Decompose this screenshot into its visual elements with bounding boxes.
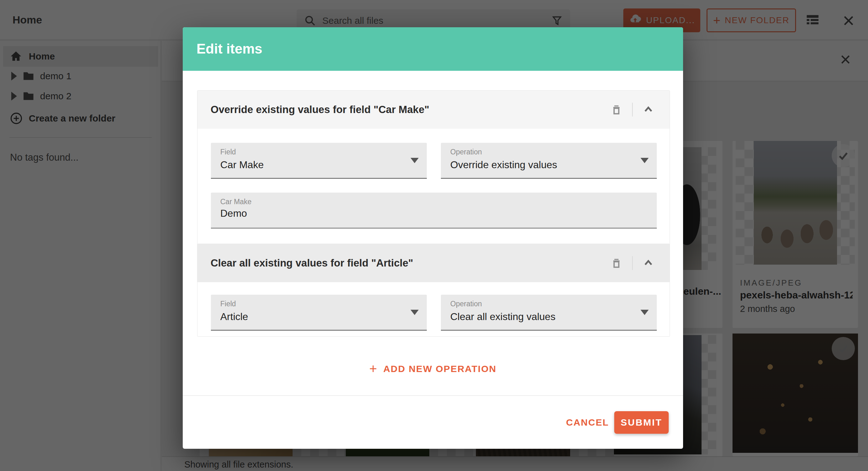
operation-select[interactable]: Operation Clear all existing values xyxy=(441,295,657,331)
footer-divider xyxy=(183,395,683,396)
select-value: Override existing values xyxy=(450,159,557,171)
modal-title: Edit items xyxy=(196,41,262,57)
select-value: Car Make xyxy=(220,159,264,171)
header-divider xyxy=(632,103,633,117)
delete-operation-icon[interactable] xyxy=(610,104,623,116)
value-field[interactable]: Car Make xyxy=(211,193,657,229)
dropdown-caret-icon xyxy=(410,158,418,163)
select-label: Field xyxy=(220,148,236,156)
modal-header: Edit items xyxy=(183,27,683,71)
operation-card: Override existing values for field "Car … xyxy=(197,90,670,269)
operation-title: Clear all existing values for field "Art… xyxy=(211,257,413,269)
submit-button[interactable]: SUBMIT xyxy=(614,411,669,434)
select-value: Clear all existing values xyxy=(450,311,555,323)
operation-card-header: Override existing values for field "Car … xyxy=(197,90,670,129)
collapse-chevron-icon[interactable] xyxy=(642,257,655,269)
add-operation-label: ADD NEW OPERATION xyxy=(383,363,497,374)
field-label: Car Make xyxy=(220,198,252,206)
value-input[interactable] xyxy=(220,208,622,219)
edit-items-modal: Edit items Override existing values for … xyxy=(183,27,683,449)
collapse-chevron-icon[interactable] xyxy=(642,104,655,116)
dropdown-caret-icon xyxy=(641,158,649,163)
dropdown-caret-icon xyxy=(641,310,649,315)
select-label: Operation xyxy=(450,148,482,156)
field-select[interactable]: Field Article xyxy=(211,295,427,331)
cancel-button[interactable]: CANCEL xyxy=(566,414,607,431)
select-label: Operation xyxy=(450,300,482,308)
operation-card: Clear all existing values for field "Art… xyxy=(197,244,670,337)
select-label: Field xyxy=(220,300,236,308)
operation-card-header: Clear all existing values for field "Art… xyxy=(197,244,670,282)
delete-operation-icon[interactable] xyxy=(610,257,623,269)
operation-title: Override existing values for field "Car … xyxy=(211,104,429,116)
add-operation-button[interactable]: + ADD NEW OPERATION xyxy=(183,360,683,378)
field-select[interactable]: Field Car Make xyxy=(211,143,427,179)
operation-select[interactable]: Operation Override existing values xyxy=(441,143,657,179)
dropdown-caret-icon xyxy=(410,310,418,315)
select-value: Article xyxy=(220,311,248,323)
header-divider xyxy=(632,256,633,270)
app-window: Home Search all files UPLOAD... xyxy=(0,0,868,471)
